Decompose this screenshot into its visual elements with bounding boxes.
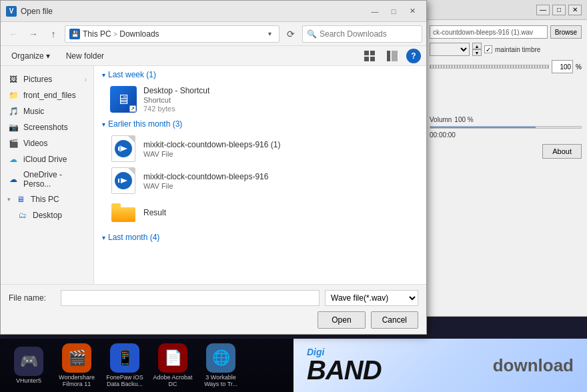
rp-volume-row: Volumn 100 % bbox=[430, 116, 582, 123]
cancel-button[interactable]: Cancel bbox=[371, 311, 418, 329]
sidebar-item-music[interactable]: 🎵 Music bbox=[1, 103, 93, 119]
rp-step-down[interactable]: ▼ bbox=[472, 49, 482, 56]
rp-volume-label: Volumn bbox=[430, 116, 452, 123]
sidebar-label-frontend: front_end_files bbox=[23, 91, 76, 100]
group-last-week[interactable]: ▾ Last week (1) bbox=[94, 66, 426, 83]
rp-timbre-row: ▲ ▼ ✓ maintain timbre bbox=[430, 43, 582, 56]
right-panel: — □ ✕ Browse ▲ ▼ ✓ maintain timbre bbox=[424, 0, 587, 317]
new-folder-button[interactable]: New folder bbox=[61, 49, 109, 63]
filename-input[interactable] bbox=[61, 290, 320, 306]
folder-icon-result bbox=[111, 203, 135, 222]
shortcut-overlay: ↗ bbox=[129, 105, 136, 112]
toolbar: Organize ▾ New folder ? bbox=[1, 46, 426, 66]
svg-rect-2 bbox=[364, 57, 369, 61]
sidebar-icon-videos: 🎬 bbox=[7, 138, 19, 149]
file-name-wav1: mixkit-clock-countdown-bleeps-916 (1) bbox=[143, 140, 280, 149]
sidebar-label-desktop: Desktop bbox=[33, 211, 62, 220]
file-item-desktop-shortcut[interactable]: 🖥 ↗ Desktop - Shortcut Shortcut 742 byte… bbox=[94, 83, 426, 115]
sidebar-item-thispc[interactable]: ▾ 🖥 This PC bbox=[1, 191, 93, 207]
right-panel-minimize[interactable]: — bbox=[536, 5, 550, 15]
nav-forward[interactable]: → bbox=[25, 25, 42, 43]
file-item-result[interactable]: Result bbox=[94, 197, 426, 229]
rp-percent-symbol: % bbox=[576, 63, 582, 71]
sidebar-item-frontend[interactable]: 📁 front_end_files bbox=[1, 87, 93, 103]
address-dropdown[interactable]: ▾ bbox=[264, 29, 275, 39]
sidebar-item-icloud[interactable]: ☁ iCloud Drive bbox=[1, 151, 93, 167]
rp-volume-fill bbox=[430, 127, 536, 128]
help-button[interactable]: ? bbox=[406, 49, 421, 63]
taskbar-item-filmora[interactable]: 🎬 Wondershare Filmora 11 bbox=[55, 343, 99, 387]
rp-percent-row: % bbox=[430, 60, 582, 73]
rp-tick-marks bbox=[430, 65, 548, 68]
search-box: 🔍 bbox=[302, 25, 422, 43]
breadcrumb-thispc[interactable]: This PC bbox=[83, 29, 111, 39]
taskbar-item-workable[interactable]: 🌐 3 Workable Ways to Tr... bbox=[199, 343, 243, 387]
view-button[interactable] bbox=[361, 49, 378, 63]
rp-speed-select[interactable] bbox=[430, 43, 470, 56]
sidebar-item-desktop[interactable]: 🗂 Desktop bbox=[1, 207, 93, 223]
svg-rect-0 bbox=[364, 51, 369, 55]
rp-timbre-label: maintain timbre bbox=[495, 46, 540, 53]
file-type-wav1: WAV File bbox=[143, 150, 280, 158]
rp-timbre-checkbox[interactable]: ✓ bbox=[484, 45, 492, 53]
sidebar-label-pictures: Pictures bbox=[23, 75, 52, 84]
file-item-wav1[interactable]: mixkit-clock-countdown-bleeps-916 (1) WA… bbox=[94, 133, 426, 165]
sidebar-icon-onedrive: ☁ bbox=[7, 174, 19, 185]
digi-brand-area: Digi BAND download bbox=[294, 339, 587, 392]
sidebar: 🖼 Pictures › 📁 front_end_files 🎵 Music 📷… bbox=[1, 66, 94, 284]
group-last-month[interactable]: ▾ Last month (4) bbox=[94, 229, 426, 246]
file-item-wav2[interactable]: mixkit-clock-countdown-bleeps-916 WAV Fi… bbox=[94, 165, 426, 197]
organize-button[interactable]: Organize ▾ bbox=[6, 49, 55, 63]
view-icon bbox=[364, 51, 375, 61]
right-panel-maximize[interactable]: □ bbox=[552, 5, 566, 15]
rp-browse-button[interactable]: Browse bbox=[550, 25, 582, 39]
digi-logo: Digi BAND bbox=[307, 347, 382, 383]
nav-up[interactable]: ↑ bbox=[45, 25, 62, 43]
rp-step-up[interactable]: ▲ bbox=[472, 43, 482, 49]
refresh-button[interactable]: ⟳ bbox=[282, 25, 300, 43]
wav-corner-1 bbox=[128, 136, 135, 143]
group-chevron-earlier: ▾ bbox=[102, 121, 105, 128]
svg-marker-9 bbox=[121, 178, 127, 183]
window-minimize[interactable]: — bbox=[366, 5, 384, 17]
right-panel-close[interactable]: ✕ bbox=[568, 5, 582, 15]
file-info-result: Result bbox=[143, 208, 166, 217]
rp-about-button[interactable]: About bbox=[542, 144, 582, 159]
sidebar-item-onedrive[interactable]: ☁ OneDrive - Perso... bbox=[1, 167, 93, 191]
svg-rect-5 bbox=[392, 51, 398, 61]
taskbar-label-vhunter: VHunter5 bbox=[16, 377, 41, 384]
group-earlier-month[interactable]: ▾ Earlier this month (3) bbox=[94, 115, 426, 133]
rp-time-row bbox=[430, 126, 582, 129]
wav-corner-2 bbox=[128, 168, 135, 175]
taskbar-item-acrobat[interactable]: 📄 Adobe Acrobat DC bbox=[151, 343, 195, 387]
sidebar-item-pictures[interactable]: 🖼 Pictures › bbox=[1, 71, 93, 87]
sidebar-item-videos[interactable]: 🎬 Videos bbox=[1, 135, 93, 151]
open-button[interactable]: Open bbox=[318, 311, 365, 329]
play-icon-1 bbox=[118, 145, 129, 153]
file-info-wav1: mixkit-clock-countdown-bleeps-916 (1) WA… bbox=[143, 140, 280, 158]
search-input[interactable] bbox=[320, 29, 420, 39]
play-icon-2 bbox=[118, 177, 129, 185]
taskbar-item-vhunter[interactable]: 🎮 VHunter5 bbox=[7, 347, 51, 384]
taskbar-icon-vhunter: 🎮 bbox=[14, 347, 43, 376]
sidebar-expand-pictures: › bbox=[85, 76, 87, 83]
window-close[interactable]: ✕ bbox=[404, 5, 421, 17]
sidebar-label-music: Music bbox=[23, 107, 44, 116]
breadcrumb-downloads[interactable]: Downloads bbox=[119, 29, 159, 39]
sidebar-label-screenshots: Screenshots bbox=[23, 123, 68, 132]
taskbar: 🎮 VHunter5 🎬 Wondershare Filmora 11 📱 Fo… bbox=[0, 339, 587, 392]
nav-back[interactable]: ← bbox=[5, 25, 22, 43]
window-maximize[interactable]: □ bbox=[385, 5, 402, 17]
dialog-title-icon: V bbox=[6, 6, 17, 17]
file-name-result: Result bbox=[143, 208, 166, 217]
content-area: ▾ Last week (1) 🖥 ↗ Desktop - Shortcut S… bbox=[94, 66, 426, 284]
filetype-select[interactable]: Wave file(*.wav) bbox=[325, 290, 418, 306]
taskbar-item-fonepaw[interactable]: 📱 FonePaw iOS Data Backu... bbox=[103, 343, 147, 387]
rp-file-input[interactable] bbox=[430, 25, 548, 39]
file-name-wav2: mixkit-clock-countdown-bleeps-916 bbox=[143, 172, 268, 181]
sidebar-item-screenshots[interactable]: 📷 Screenshots bbox=[1, 119, 93, 135]
rp-percent-input[interactable] bbox=[552, 60, 573, 73]
rp-spacer bbox=[430, 76, 582, 116]
view-panel-button[interactable] bbox=[384, 49, 401, 63]
sidebar-icon-frontend: 📁 bbox=[7, 90, 19, 101]
